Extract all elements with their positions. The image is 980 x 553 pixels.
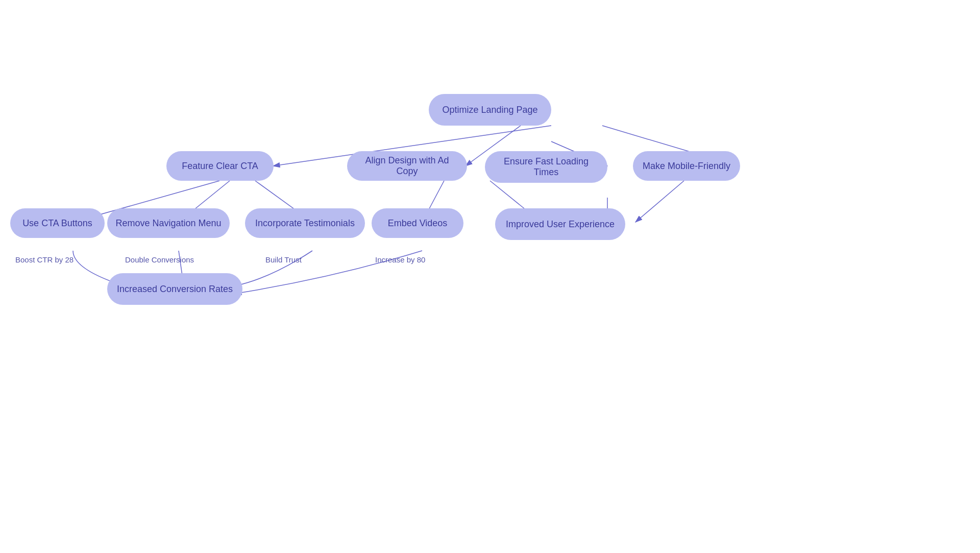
node-remove-nav[interactable]: Remove Navigation Menu (107, 208, 230, 238)
node-align-design[interactable]: Align Design with Ad Copy (347, 151, 467, 181)
node-use-cta[interactable]: Use CTA Buttons (10, 208, 105, 238)
node-ensure-fast[interactable]: Ensure Fast Loading Times (485, 151, 607, 183)
edge-label-double-conv: Double Conversions (125, 255, 194, 264)
node-increased-conv[interactable]: Increased Conversion Rates (107, 273, 242, 305)
svg-line-11 (635, 181, 684, 222)
edge-label-increase-80: Increase by 80 (375, 255, 425, 264)
node-embed-videos[interactable]: Embed Videos (372, 208, 463, 238)
edge-label-build-trust: Build Trust (265, 255, 302, 264)
node-make-mobile[interactable]: Make Mobile-Friendly (633, 151, 740, 181)
node-optimize[interactable]: Optimize Landing Page (429, 94, 551, 126)
node-incorporate[interactable]: Incorporate Testimonials (245, 208, 365, 238)
edge-label-boost-ctr: Boost CTR by 28 (15, 255, 74, 264)
diagram-container: Optimize Landing Page Feature Clear CTA … (0, 0, 980, 553)
node-improved-ux[interactable]: Improved User Experience (495, 208, 625, 240)
node-feature-cta[interactable]: Feature Clear CTA (166, 151, 274, 181)
